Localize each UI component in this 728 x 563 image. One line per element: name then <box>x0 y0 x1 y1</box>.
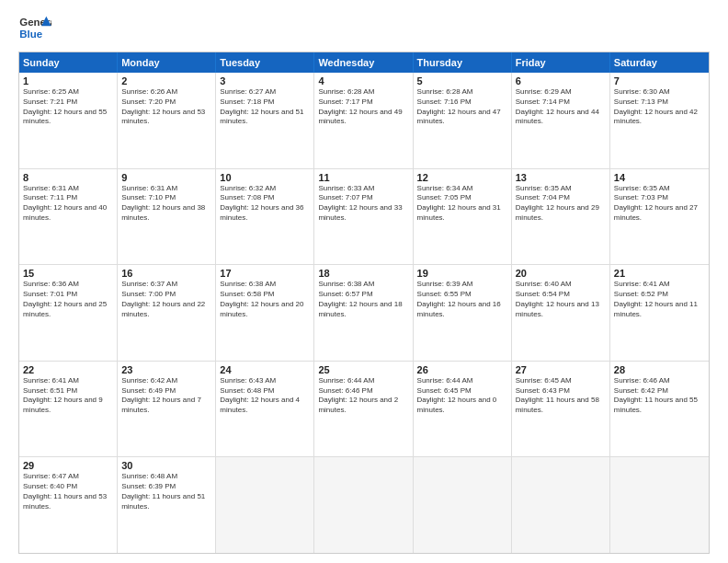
calendar-cell: 5 Sunrise: 6:28 AM Sunset: 7:16 PM Dayli… <box>414 73 512 168</box>
calendar-cell: 17 Sunrise: 6:38 AM Sunset: 6:58 PM Dayl… <box>216 265 314 361</box>
sunrise: Sunrise: 6:35 AM <box>614 184 705 194</box>
day-number: 9 <box>121 172 211 183</box>
daylight: Daylight: 11 hours and 53 minutes. <box>23 492 113 512</box>
logo: General Blue <box>18 15 51 42</box>
day-number: 2 <box>121 75 211 86</box>
day-number: 20 <box>516 268 606 279</box>
calendar-header: SundayMondayTuesdayWednesdayThursdayFrid… <box>19 52 709 73</box>
sunrise: Sunrise: 6:33 AM <box>318 184 408 194</box>
calendar-row-1: 8 Sunrise: 6:31 AM Sunset: 7:11 PM Dayli… <box>19 169 709 266</box>
calendar-cell: 12 Sunrise: 6:34 AM Sunset: 7:05 PM Dayl… <box>414 169 512 265</box>
daylight: Daylight: 12 hours and 25 minutes. <box>23 300 113 320</box>
sunrise: Sunrise: 6:35 AM <box>516 184 606 194</box>
calendar-row-3: 22 Sunrise: 6:41 AM Sunset: 6:51 PM Dayl… <box>19 362 709 458</box>
sunrise: Sunrise: 6:31 AM <box>121 184 211 194</box>
calendar: SundayMondayTuesdayWednesdayThursdayFrid… <box>18 52 710 554</box>
daylight: Daylight: 12 hours and 55 minutes. <box>23 108 113 128</box>
day-number: 28 <box>614 364 705 375</box>
day-number: 24 <box>220 364 310 375</box>
header-day-friday: Friday <box>512 52 610 73</box>
sunrise: Sunrise: 6:32 AM <box>220 184 310 194</box>
sunrise: Sunrise: 6:44 AM <box>318 376 408 386</box>
daylight: Daylight: 11 hours and 58 minutes. <box>516 396 606 416</box>
sunset: Sunset: 6:52 PM <box>614 290 705 300</box>
sunset: Sunset: 7:13 PM <box>614 98 705 108</box>
sunset: Sunset: 6:51 PM <box>23 386 113 396</box>
sunrise: Sunrise: 6:45 AM <box>516 376 606 386</box>
day-number: 10 <box>220 172 310 183</box>
daylight: Daylight: 12 hours and 16 minutes. <box>417 300 507 320</box>
calendar-cell: 23 Sunrise: 6:42 AM Sunset: 6:49 PM Dayl… <box>118 362 216 457</box>
header-day-thursday: Thursday <box>414 52 512 73</box>
sunrise: Sunrise: 6:43 AM <box>220 376 310 386</box>
daylight: Daylight: 12 hours and 47 minutes. <box>417 108 507 128</box>
sunset: Sunset: 7:17 PM <box>318 98 408 108</box>
sunrise: Sunrise: 6:40 AM <box>516 280 606 290</box>
calendar-row-4: 29 Sunrise: 6:47 AM Sunset: 6:40 PM Dayl… <box>19 457 709 553</box>
day-number: 7 <box>614 75 705 86</box>
calendar-cell <box>414 457 512 553</box>
sunrise: Sunrise: 6:29 AM <box>516 87 606 98</box>
day-number: 14 <box>614 172 705 183</box>
sunrise: Sunrise: 6:42 AM <box>121 376 211 386</box>
sunset: Sunset: 7:01 PM <box>23 290 113 300</box>
header-day-saturday: Saturday <box>610 52 709 73</box>
calendar-body: 1 Sunrise: 6:25 AM Sunset: 7:21 PM Dayli… <box>19 73 709 553</box>
header-day-tuesday: Tuesday <box>216 52 314 73</box>
day-number: 30 <box>121 460 211 471</box>
day-number: 5 <box>417 75 507 86</box>
day-number: 25 <box>318 364 408 375</box>
day-number: 6 <box>516 75 606 86</box>
day-number: 19 <box>417 268 507 279</box>
sunset: Sunset: 6:58 PM <box>220 290 310 300</box>
header-day-monday: Monday <box>118 52 216 73</box>
daylight: Daylight: 12 hours and 11 minutes. <box>614 300 705 320</box>
daylight: Daylight: 12 hours and 7 minutes. <box>121 396 211 416</box>
calendar-cell: 21 Sunrise: 6:41 AM Sunset: 6:52 PM Dayl… <box>610 265 709 361</box>
daylight: Daylight: 12 hours and 40 minutes. <box>23 203 113 224</box>
sunrise: Sunrise: 6:47 AM <box>23 472 113 482</box>
calendar-cell: 25 Sunrise: 6:44 AM Sunset: 6:46 PM Dayl… <box>314 362 413 457</box>
sunrise: Sunrise: 6:28 AM <box>318 87 408 98</box>
sunset: Sunset: 7:07 PM <box>318 193 408 203</box>
calendar-cell: 11 Sunrise: 6:33 AM Sunset: 7:07 PM Dayl… <box>314 169 413 265</box>
calendar-cell <box>512 457 610 553</box>
sunrise: Sunrise: 6:38 AM <box>318 280 408 290</box>
day-number: 15 <box>23 268 113 279</box>
sunrise: Sunrise: 6:38 AM <box>220 280 310 290</box>
day-number: 22 <box>23 364 113 375</box>
calendar-cell: 26 Sunrise: 6:44 AM Sunset: 6:45 PM Dayl… <box>414 362 512 457</box>
header-day-sunday: Sunday <box>19 52 118 73</box>
day-number: 16 <box>121 268 211 279</box>
daylight: Daylight: 12 hours and 0 minutes. <box>417 396 507 416</box>
daylight: Daylight: 12 hours and 38 minutes. <box>121 203 211 224</box>
day-number: 26 <box>417 364 507 375</box>
day-number: 18 <box>318 268 408 279</box>
daylight: Daylight: 12 hours and 20 minutes. <box>220 300 310 320</box>
day-number: 23 <box>121 364 211 375</box>
calendar-cell: 30 Sunrise: 6:48 AM Sunset: 6:39 PM Dayl… <box>118 457 216 553</box>
calendar-cell: 28 Sunrise: 6:46 AM Sunset: 6:42 PM Dayl… <box>610 362 709 457</box>
sunset: Sunset: 7:03 PM <box>614 193 705 203</box>
calendar-cell: 6 Sunrise: 6:29 AM Sunset: 7:14 PM Dayli… <box>512 73 610 168</box>
day-number: 8 <box>23 172 113 183</box>
calendar-cell: 9 Sunrise: 6:31 AM Sunset: 7:10 PM Dayli… <box>118 169 216 265</box>
day-number: 11 <box>318 172 408 183</box>
calendar-cell: 10 Sunrise: 6:32 AM Sunset: 7:08 PM Dayl… <box>216 169 314 265</box>
calendar-cell: 29 Sunrise: 6:47 AM Sunset: 6:40 PM Dayl… <box>19 457 118 553</box>
daylight: Daylight: 12 hours and 36 minutes. <box>220 203 310 224</box>
sunrise: Sunrise: 6:46 AM <box>614 376 705 386</box>
daylight: Daylight: 12 hours and 49 minutes. <box>318 108 408 128</box>
sunrise: Sunrise: 6:41 AM <box>23 376 113 386</box>
sunset: Sunset: 6:40 PM <box>23 482 113 492</box>
calendar-cell: 1 Sunrise: 6:25 AM Sunset: 7:21 PM Dayli… <box>19 73 118 168</box>
calendar-cell: 3 Sunrise: 6:27 AM Sunset: 7:18 PM Dayli… <box>216 73 314 168</box>
sunset: Sunset: 7:00 PM <box>121 290 211 300</box>
calendar-cell: 15 Sunrise: 6:36 AM Sunset: 7:01 PM Dayl… <box>19 265 118 361</box>
header: General Blue <box>18 15 710 42</box>
calendar-cell: 13 Sunrise: 6:35 AM Sunset: 7:04 PM Dayl… <box>512 169 610 265</box>
daylight: Daylight: 12 hours and 42 minutes. <box>614 108 705 128</box>
sunset: Sunset: 7:04 PM <box>516 193 606 203</box>
sunset: Sunset: 6:42 PM <box>614 386 705 396</box>
daylight: Daylight: 12 hours and 29 minutes. <box>516 203 606 224</box>
